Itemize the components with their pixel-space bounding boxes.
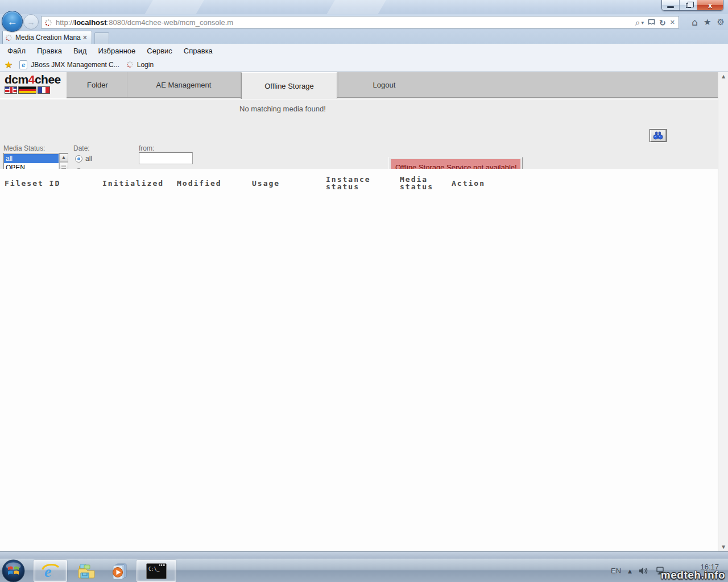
search-media-button[interactable] [650,129,667,142]
minimize-button[interactable] [662,0,680,11]
system-tray: EN ▲ [611,559,667,582]
tab-folder[interactable]: Folder [68,72,127,97]
filter-panel: No matching media found! Media Status: a… [0,99,718,169]
login-favicon [126,61,134,68]
ie-page-icon: e [19,60,27,69]
favorites-star-icon[interactable]: ★ [704,17,711,27]
tab-favicon [5,34,13,41]
address-bar-row: http://localhost:8080/dcm4chee-web/mcm_c… [0,14,728,30]
col-fileset-id: Fileset ID [5,180,60,187]
tab-offline-label: Offline Storage [264,82,313,90]
no-media-message: No matching media found! [239,105,326,113]
favorite-jboss-label: JBoss JMX Management C... [31,61,119,69]
tab-title: Media Creation Managmen... [15,34,81,41]
menu-favorites[interactable]: Избранное [96,45,137,56]
close-icon: x [708,2,712,10]
media-player-icon [110,562,128,580]
menu-edit[interactable]: Правка [35,45,64,56]
browser-menu-bar: Файл Правка Вид Избранное Сервис Справка [0,44,728,57]
stop-icon[interactable]: ✕ [670,19,675,26]
col-initialized: Initialized [102,180,164,187]
internet-explorer-icon: e [41,562,60,580]
url-text[interactable]: http://localhost:8080/dcm4chee-web/mcm_c… [56,18,635,27]
media-status-label: Media Status: [3,144,45,152]
menu-help[interactable]: Справка [182,45,214,56]
tab-ae-management[interactable]: AE Management [127,72,240,97]
browser-tab-strip: Media Creation Managmen... ✕ [0,30,728,44]
flag-germany[interactable] [18,86,36,94]
tab-close-icon[interactable]: ✕ [81,34,89,41]
desktop: x http://localhost:8080/dcm4chee-web/mcm… [0,0,728,582]
page-scroll-up-icon[interactable]: ▲ [719,74,727,79]
home-icon[interactable]: ⌂ [692,16,698,28]
menu-view[interactable]: Вид [72,45,89,56]
col-action: Action [452,180,485,187]
col-instance-status: Instance status [326,176,375,190]
language-indicator[interactable]: EN [611,567,621,575]
option-all[interactable]: all [4,154,59,163]
taskbar-ie-button[interactable]: e [34,560,67,582]
page-viewport: dcm4chee Folder AE Management Offline St… [0,72,728,551]
address-field-icons: ⌕ ▾ ↻ ✕ [635,18,675,28]
restore-icon [686,3,691,8]
forward-arrow-icon: → [27,18,35,26]
back-arrow-icon: ← [7,16,18,27]
taskbar: e [0,559,728,582]
add-favorite-icon[interactable]: ★ [5,59,13,70]
menu-file[interactable]: Файл [6,45,27,56]
page-scroll-down-icon[interactable]: ▼ [719,544,727,550]
address-field[interactable]: http://localhost:8080/dcm4chee-web/mcm_c… [41,16,679,29]
back-button[interactable]: ← [2,11,23,32]
from-input[interactable] [139,152,193,164]
browser-chrome-icons: ⌂ ★ ⚙ [692,16,725,28]
col-modified: Modified [177,180,222,187]
flag-france[interactable] [38,86,50,94]
taskbar-cmd-button[interactable]: C:\_ [136,560,176,582]
command-prompt-icon: C:\_ [146,563,167,579]
radio-date-all[interactable]: all [75,155,92,163]
flag-uk[interactable] [5,86,17,94]
radio-all-label: all [85,155,92,163]
watermark-text: medteh.info [661,569,725,581]
glass-sheen [114,0,211,14]
language-flags [5,86,67,94]
app-header: dcm4chee Folder AE Management Offline St… [0,72,718,98]
radio-selected-icon [75,155,82,163]
compatibility-view-icon[interactable] [648,19,655,27]
page-scrollbar[interactable]: ▲ ▼ [718,72,728,551]
tab-offline-storage[interactable]: Offline Storage [241,72,337,99]
minimize-icon [667,6,674,8]
favorite-login-label: Login [137,61,154,69]
settings-gear-icon[interactable]: ⚙ [717,17,725,27]
window-controls: x [661,0,723,11]
search-caret-icon[interactable]: ▾ [642,20,644,26]
col-media-status: Media status [400,176,449,190]
refresh-icon[interactable]: ↻ [659,18,666,27]
scroll-up-icon[interactable]: ▲ [59,153,68,162]
menu-tools[interactable]: Сервис [145,45,174,56]
favorite-jboss[interactable]: e JBoss JMX Management C... [19,60,119,69]
start-button[interactable] [2,559,25,582]
close-button[interactable]: x [697,0,723,11]
restore-button[interactable] [680,0,697,11]
binoculars-icon [652,131,664,140]
taskbar-media-player-button[interactable] [105,560,133,582]
taskbar-explorer-button[interactable] [73,560,101,582]
glass-sheen [296,0,393,14]
volume-icon[interactable] [639,567,648,575]
window-bottom-frame [0,551,728,559]
favorite-login[interactable]: Login [126,61,154,69]
new-tab-button[interactable] [94,32,109,44]
tab-logout-label: Logout [373,81,396,89]
col-usage: Usage [252,180,280,187]
site-favicon [44,19,52,27]
from-label: from: [139,144,154,152]
forward-button[interactable]: → [23,14,39,30]
browser-tab[interactable]: Media Creation Managmen... ✕ [2,31,92,44]
media-table: Fileset ID Initialized Modified Usage In… [0,169,718,551]
search-icon[interactable]: ⌕ [635,18,640,28]
show-hidden-icons[interactable]: ▲ [628,568,632,574]
window-titlebar [0,0,728,14]
tab-logout[interactable]: Logout [338,72,430,97]
date-label: Date: [73,144,90,152]
